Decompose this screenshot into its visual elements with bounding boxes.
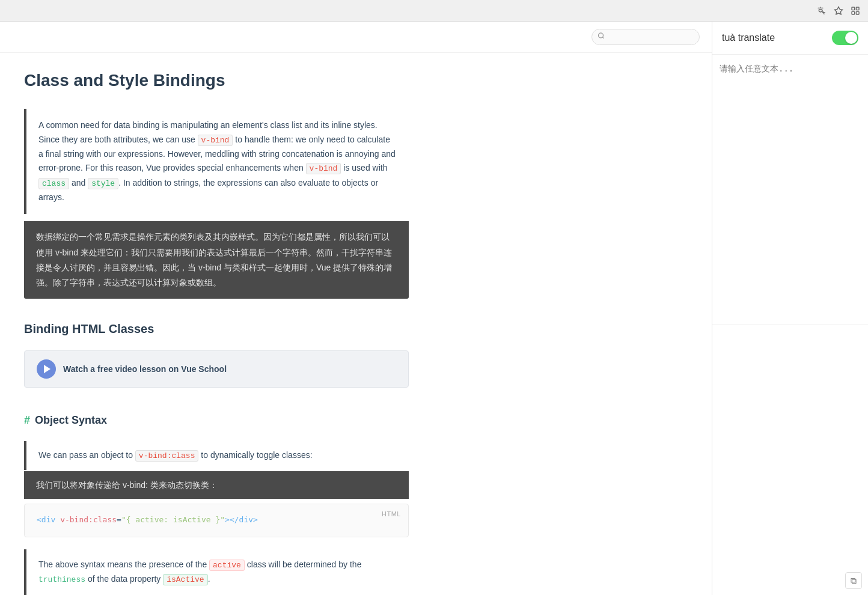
main-layout: Class and Style Bindings A common need f…: [0, 22, 868, 595]
code-content: <div v-bind:class="{ active: isActive }"…: [37, 515, 258, 524]
translate-browser-icon[interactable]: [816, 5, 827, 16]
browser-chrome: [0, 0, 868, 22]
bottom-description: The above syntax means the presence of t…: [24, 549, 409, 595]
object-syntax-title: Object Syntax: [35, 412, 107, 429]
isActive-code: isActive: [163, 574, 207, 585]
code-tag-open: <div: [37, 515, 55, 524]
class-code: class: [38, 178, 69, 189]
code-block: HTML <div v-bind:class="{ active: isActi…: [24, 504, 409, 537]
page-title: Class and Style Bindings: [24, 67, 409, 94]
translate-output-area: ⧉: [712, 325, 868, 595]
svg-rect-4: [856, 11, 859, 14]
svg-point-5: [599, 32, 604, 37]
svg-rect-2: [856, 7, 859, 10]
bottom-desc-text-3: of the data property: [85, 574, 163, 584]
translate-input[interactable]: [720, 62, 861, 146]
bottom-desc-text-4: .: [208, 574, 210, 584]
translation-block: 数据绑定的一个常见需求是操作元素的类列表及其内嵌样式。因为它们都是属性，所以我们…: [24, 221, 409, 299]
v-bind-code-1: v-bind: [198, 135, 233, 146]
play-triangle-icon: [44, 365, 50, 373]
object-syntax-header: # Object Syntax: [24, 406, 409, 429]
extensions-browser-icon[interactable]: [850, 5, 861, 16]
translate-panel: tuà translate ⧉: [712, 22, 868, 595]
video-lesson-banner[interactable]: Watch a free video lesson on Vue School: [24, 350, 409, 388]
search-bar-area: [0, 22, 712, 53]
desc-text-3: is used with: [341, 163, 387, 172]
svg-line-6: [602, 37, 604, 38]
copy-icon: ⧉: [851, 576, 857, 586]
binding-classes-title: Binding HTML Classes: [24, 313, 409, 338]
style-code: style: [88, 178, 118, 189]
code-string-value: "{ active: isActive }": [121, 515, 225, 524]
copy-button[interactable]: ⧉: [845, 572, 862, 589]
toggle-knob: [845, 32, 857, 44]
svg-rect-1: [852, 7, 855, 10]
sub-translation-text: 我们可以将对象传递给 v-bind: 类来动态切换类：: [36, 480, 218, 490]
search-input[interactable]: [591, 29, 700, 45]
svg-marker-0: [834, 7, 842, 14]
content-area[interactable]: Class and Style Bindings A common need f…: [0, 22, 712, 595]
section-hash-icon: #: [24, 412, 30, 429]
code-lang-label: HTML: [382, 509, 401, 520]
v-bind-class-code: v-bind:class: [135, 450, 199, 462]
sub-desc-text-2: to dynamically toggle classes:: [198, 450, 312, 460]
description-block: A common need for data binding is manipu…: [24, 109, 409, 215]
translation-text: 数据绑定的一个常见需求是操作元素的类列表及其内嵌样式。因为它们都是属性，所以我们…: [36, 232, 392, 287]
translate-title: tuà translate: [722, 30, 775, 46]
bottom-desc-text-1: The above syntax means the presence of t…: [38, 560, 209, 569]
code-attr-vbind: v-bind:class: [60, 515, 117, 524]
sub-desc-text-1: We can pass an object to: [38, 450, 135, 460]
star-browser-icon[interactable]: [833, 5, 844, 16]
v-bind-code-2: v-bind: [306, 163, 341, 174]
sub-description: We can pass an object to v-bind:class to…: [24, 441, 409, 470]
translate-input-area: [712, 55, 868, 325]
doc-content: Class and Style Bindings A common need f…: [0, 53, 433, 595]
bottom-desc-text-2: class will be determined by the: [245, 560, 362, 569]
desc-text-4: and: [69, 178, 88, 188]
search-icon: [598, 31, 605, 43]
truthiness-code: truthiness: [38, 575, 85, 584]
sub-translation-block: 我们可以将对象传递给 v-bind: 类来动态切换类：: [24, 471, 409, 499]
video-lesson-text: Watch a free video lesson on Vue School: [63, 362, 227, 376]
code-tag-close: ></div>: [225, 515, 258, 524]
search-wrapper: [591, 29, 700, 45]
play-button[interactable]: [37, 359, 56, 379]
translate-header: tuà translate: [712, 22, 868, 55]
translate-toggle[interactable]: [832, 31, 858, 45]
active-code: active: [209, 560, 245, 571]
svg-rect-3: [852, 11, 855, 14]
